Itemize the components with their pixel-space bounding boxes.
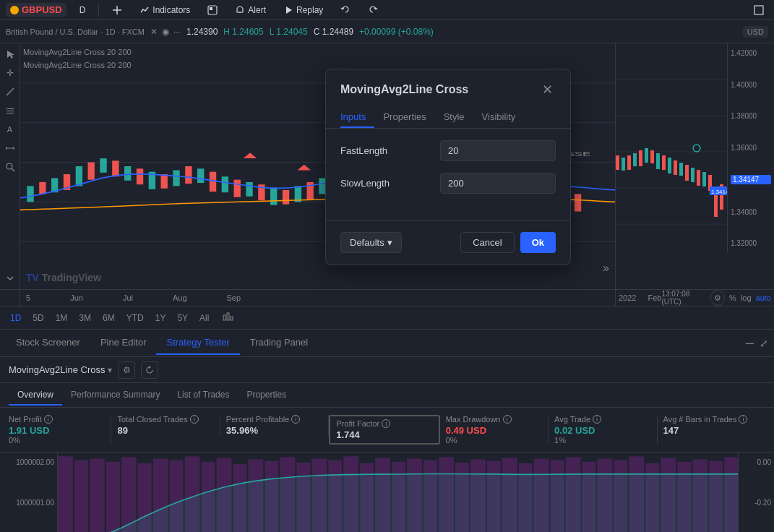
sub-tab-performance[interactable]: Performance Summary	[62, 385, 168, 406]
time-label-aug: Aug	[173, 293, 187, 302]
slow-length-input[interactable]	[440, 173, 556, 194]
replay-btn[interactable]: Replay	[279, 4, 327, 17]
open-price: 1.24390	[186, 27, 218, 37]
strategy-dropdown[interactable]: ▾	[108, 365, 112, 375]
modal-tabs: Inputs Properties Style Visibility	[326, 107, 570, 129]
minimize-panel-btn[interactable]: ─	[746, 337, 754, 350]
currency-label: USD	[743, 26, 768, 38]
svg-rect-102	[121, 457, 137, 532]
avg-trade-sub: 1%	[554, 436, 650, 445]
close-icon[interactable]: ✕	[150, 27, 158, 37]
eye-icon[interactable]: ◉	[162, 27, 169, 37]
expand-panel-btn[interactable]: ⤢	[760, 338, 768, 349]
time-feb: Feb	[648, 293, 661, 302]
separator-1	[98, 4, 99, 17]
sub-tab-properties[interactable]: Properties	[238, 385, 295, 406]
perf-y-axis-left: 1000002.00 1000001.00 1000000.00	[0, 452, 58, 532]
template-btn[interactable]	[203, 4, 222, 17]
slow-length-row: SlowLength	[340, 173, 556, 194]
line-tool[interactable]	[2, 84, 18, 100]
time-labels-right: 2022 Feb	[619, 293, 661, 302]
avg-trade-info[interactable]: i	[593, 415, 601, 424]
period-3m[interactable]: 3M	[74, 312, 95, 325]
profit-factor-info[interactable]: i	[382, 419, 390, 428]
svg-rect-94	[223, 315, 225, 320]
interval-btn[interactable]: D	[75, 4, 90, 17]
zoom-tool[interactable]	[2, 159, 18, 175]
svg-rect-8	[7, 113, 14, 113]
avg-bars-info[interactable]: i	[739, 415, 747, 424]
measure-tool[interactable]	[2, 140, 18, 156]
undo-btn[interactable]	[336, 4, 355, 17]
period-6m[interactable]: 6M	[98, 312, 119, 325]
time-label-5: 5	[26, 293, 30, 302]
tab-trading-panel[interactable]: Trading Panel	[240, 331, 318, 355]
slow-length-label: SlowLength	[340, 178, 390, 189]
maximize-btn[interactable]	[749, 4, 768, 17]
svg-rect-72	[616, 155, 619, 170]
svg-rect-76	[639, 150, 642, 166]
modal-header: MovingAvg2Line Cross ✕	[326, 69, 570, 98]
metric-percent-profitable: Percent Profitable i 35.96%	[220, 415, 329, 436]
modal-tab-inputs[interactable]: Inputs	[340, 107, 374, 128]
period-ytd[interactable]: YTD	[122, 312, 148, 325]
total-trades-value: 89	[117, 425, 213, 436]
high-price: H 1.24605	[223, 27, 263, 37]
ok-button[interactable]: Ok	[520, 232, 556, 253]
cursor-tool[interactable]	[2, 46, 18, 62]
expand-btn[interactable]: »	[603, 262, 609, 275]
modal-close-btn[interactable]: ✕	[538, 81, 556, 98]
performance-chart-container: 1000002.00 1000001.00 1000000.00	[0, 452, 774, 532]
right-chart-svg: 1.34147	[616, 43, 728, 253]
percent-profitable-label: Percent Profitable i	[226, 415, 322, 424]
period-5y[interactable]: 5Y	[173, 312, 192, 325]
fast-length-input[interactable]	[440, 140, 556, 161]
sub-tab-trades[interactable]: List of Trades	[168, 385, 238, 406]
settings-gear[interactable]: ⚙	[710, 290, 725, 306]
modal-tab-style[interactable]: Style	[435, 107, 473, 128]
svg-rect-98	[58, 456, 73, 532]
tab-strategy-tester[interactable]: Strategy Tester	[156, 331, 239, 355]
modal-tab-properties[interactable]: Properties	[374, 107, 434, 128]
max-drawdown-info[interactable]: i	[503, 415, 512, 424]
percent-profitable-info[interactable]: i	[291, 415, 300, 424]
perf-chart-area	[58, 452, 738, 532]
auto-mode[interactable]: auto	[756, 293, 771, 302]
svg-rect-84	[685, 165, 689, 181]
symbol-badge[interactable]: GBPUSD	[6, 3, 66, 17]
crosshair-tool[interactable]: ✛	[2, 65, 18, 81]
svg-rect-20	[76, 166, 82, 186]
total-trades-info[interactable]: i	[190, 415, 199, 424]
alert-btn[interactable]: Alert	[231, 4, 270, 17]
period-1y[interactable]: 1Y	[151, 312, 171, 325]
indicators-btn[interactable]: Indicators	[135, 4, 194, 17]
dots-icon[interactable]: ···	[173, 27, 181, 37]
log-mode[interactable]: log	[741, 293, 752, 302]
right-mini-chart: 1.34147 1.42000 1.40000 1.38000 1.36000 …	[615, 43, 774, 289]
period-1d[interactable]: 1D	[6, 312, 25, 325]
tab-pine-editor[interactable]: Pine Editor	[90, 331, 157, 355]
tab-stock-screener[interactable]: Stock Screener	[6, 331, 90, 355]
compare-btn[interactable]	[108, 4, 126, 17]
defaults-btn[interactable]: Defaults ▾	[340, 232, 402, 253]
metric-avg-bars: Avg # Bars in Trades i 147	[658, 415, 765, 436]
chart-type-btn[interactable]	[222, 311, 233, 325]
right-price-axis: 1.42000 1.40000 1.38000 1.36000 1.34147 …	[727, 43, 774, 253]
period-5d[interactable]: 5D	[28, 312, 48, 325]
collapse-btn[interactable]	[2, 270, 18, 286]
period-1m[interactable]: 1M	[51, 312, 72, 325]
net-profit-label: Net Profit i	[9, 415, 105, 424]
cancel-button[interactable]: Cancel	[460, 232, 514, 253]
modal-tab-visibility[interactable]: Visibility	[473, 107, 525, 128]
redo-btn[interactable]	[364, 4, 382, 17]
period-all[interactable]: All	[195, 312, 213, 325]
net-profit-info[interactable]: i	[44, 415, 53, 424]
svg-rect-61	[575, 194, 581, 211]
sub-tab-overview[interactable]: Overview	[9, 385, 62, 406]
metric-net-profit: Net Profit i 1.91 USD 0%	[9, 415, 111, 445]
percent-mode[interactable]: %	[729, 293, 736, 302]
fib-tool[interactable]	[2, 103, 18, 119]
strategy-refresh-btn[interactable]	[141, 361, 158, 379]
strategy-settings-btn[interactable]: ⚙	[118, 361, 135, 379]
text-tool[interactable]: A	[2, 121, 18, 137]
